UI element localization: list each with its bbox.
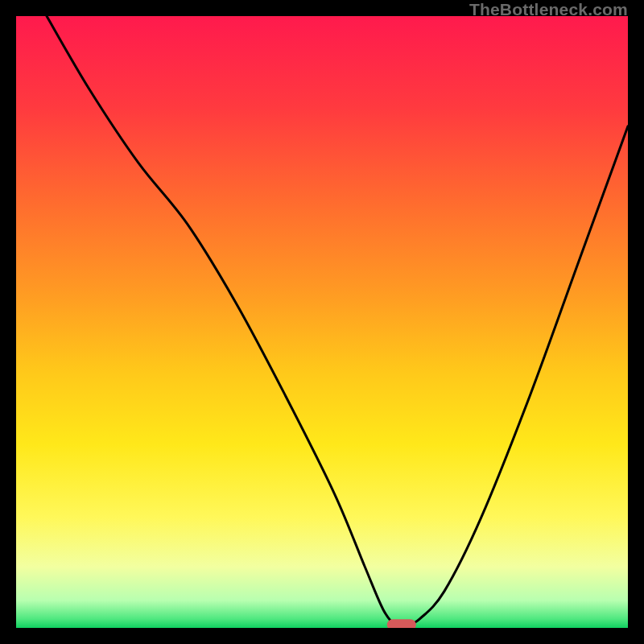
chart-frame: TheBottleneck.com [0,0,644,644]
gradient-background [16,16,628,628]
optimal-marker [387,619,416,628]
chart-svg [16,16,628,628]
plot-area [16,16,628,628]
